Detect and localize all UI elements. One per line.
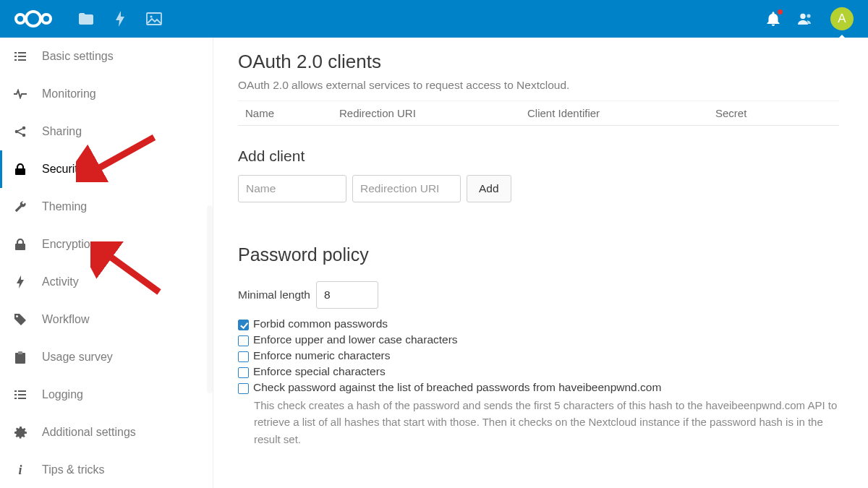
sidebar-scrollbar[interactable] [207, 205, 213, 393]
user-avatar[interactable]: A [830, 7, 854, 30]
svg-rect-17 [15, 244, 25, 250]
svg-rect-20 [18, 351, 22, 354]
svg-rect-9 [14, 56, 17, 57]
checkbox-icon [238, 351, 249, 362]
sidebar-item-sharing[interactable]: Sharing [0, 113, 213, 150]
sidebar-item-usage-survey[interactable]: Usage survey [0, 338, 213, 376]
sidebar-item-encryption[interactable]: Encryption [0, 226, 213, 263]
svg-point-15 [22, 134, 26, 137]
svg-rect-10 [18, 56, 26, 57]
sidebar-item-label: Monitoring [42, 87, 96, 100]
sidebar-item-label: Usage survey [42, 351, 113, 364]
svg-point-4 [150, 15, 152, 17]
svg-rect-11 [14, 59, 17, 61]
add-client-name-input[interactable] [238, 175, 346, 202]
svg-rect-23 [14, 394, 17, 395]
svg-rect-3 [147, 13, 161, 25]
tag-icon [13, 314, 27, 325]
checkbox-icon [238, 335, 249, 346]
check-enforce-numeric[interactable]: Enforce numeric characters [238, 349, 839, 362]
sidebar-item-additional-settings[interactable]: Additional settings [0, 414, 213, 451]
checkbox-icon [238, 367, 249, 378]
min-length-input[interactable] [316, 281, 378, 309]
add-client-button[interactable]: Add [467, 175, 511, 202]
files-icon[interactable] [78, 12, 94, 25]
pulse-icon [13, 89, 27, 99]
svg-rect-7 [14, 52, 17, 53]
nextcloud-logo-icon[interactable] [12, 8, 55, 30]
oauth-title: OAuth 2.0 clients [238, 51, 839, 73]
check-label: Enforce special characters [253, 365, 386, 378]
avatar-letter: A [838, 12, 846, 26]
lock-icon [13, 239, 27, 250]
sidebar-item-basic-settings[interactable]: Basic settings [0, 38, 213, 75]
sidebar-item-theming[interactable]: Theming [0, 188, 213, 226]
check-enforce-special[interactable]: Enforce special characters [238, 365, 839, 378]
svg-rect-12 [18, 59, 26, 61]
check-enforce-case[interactable]: Enforce upper and lower case characters [238, 333, 839, 346]
svg-rect-18 [15, 353, 25, 364]
svg-rect-22 [18, 390, 26, 392]
sidebar-item-label: Logging [42, 388, 83, 401]
notifications-icon[interactable] [767, 12, 780, 26]
sidebar-item-label: Workflow [42, 313, 90, 326]
settings-sidebar: Basic settings Monitoring Sharing Securi… [0, 38, 213, 488]
main-content: OAuth 2.0 clients OAuth 2.0 allows exter… [213, 38, 868, 488]
top-header: A [0, 0, 868, 38]
sidebar-item-monitoring[interactable]: Monitoring [0, 75, 213, 113]
sidebar-item-security[interactable]: Security [0, 150, 213, 188]
svg-rect-8 [18, 52, 26, 53]
col-clientid: Client Identifier [520, 101, 708, 126]
svg-point-2 [42, 14, 51, 23]
sidebar-item-label: Sharing [42, 125, 82, 138]
activity-icon[interactable] [114, 11, 126, 27]
sidebar-item-workflow[interactable]: Workflow [0, 301, 213, 338]
info-icon: i [13, 463, 27, 478]
svg-point-1 [26, 12, 41, 26]
svg-rect-16 [15, 168, 25, 175]
svg-rect-25 [14, 398, 17, 399]
gear-icon [13, 427, 27, 439]
col-redirect: Redirection URI [332, 101, 520, 126]
svg-point-6 [807, 14, 810, 17]
col-secret: Secret [708, 101, 839, 126]
check-forbid-common[interactable]: Forbid common passwords [238, 317, 839, 330]
check-label: Forbid common passwords [253, 317, 388, 330]
oauth-subtitle: OAuth 2.0 allows external services to re… [238, 79, 839, 92]
col-name: Name [238, 101, 332, 126]
svg-point-5 [800, 14, 805, 19]
checkbox-icon [238, 320, 249, 330]
sidebar-item-label: Activity [42, 275, 79, 288]
add-client-uri-input[interactable] [352, 175, 461, 202]
sidebar-item-label: Tips & tricks [42, 463, 105, 476]
sidebar-item-label: Security [42, 163, 84, 176]
add-client-title: Add client [238, 147, 839, 165]
password-policy-title: Password policy [238, 244, 839, 265]
notification-dot-icon [778, 9, 783, 14]
svg-rect-26 [18, 398, 26, 399]
svg-point-14 [15, 130, 19, 134]
sidebar-item-label: Theming [42, 200, 87, 213]
gallery-icon[interactable] [146, 12, 162, 25]
sidebar-item-logging[interactable]: Logging [0, 376, 213, 414]
sidebar-item-label: Additional settings [42, 426, 136, 439]
check-label: Enforce numeric characters [253, 349, 391, 362]
list-icon [13, 51, 27, 61]
clipboard-icon [13, 351, 27, 364]
svg-point-13 [22, 127, 26, 130]
svg-rect-24 [18, 394, 26, 395]
oauth-clients-table: Name Redirection URI Client Identifier S… [238, 100, 839, 126]
sidebar-item-tips-tricks[interactable]: i Tips & tricks [0, 451, 213, 488]
sidebar-item-label: Basic settings [42, 50, 114, 63]
check-label: Enforce upper and lower case characters [253, 333, 458, 346]
wrench-icon [13, 201, 27, 213]
sidebar-item-activity[interactable]: Activity [0, 263, 213, 301]
breach-hint: This check creates a hash of the passwor… [254, 397, 839, 448]
min-length-label: Minimal length [238, 288, 310, 301]
contacts-icon[interactable] [797, 12, 813, 25]
check-breached[interactable]: Check password against the list of breac… [238, 381, 839, 394]
svg-rect-21 [14, 390, 17, 392]
svg-point-0 [16, 14, 25, 23]
bolt-icon [13, 275, 27, 288]
checkbox-icon [238, 383, 249, 394]
